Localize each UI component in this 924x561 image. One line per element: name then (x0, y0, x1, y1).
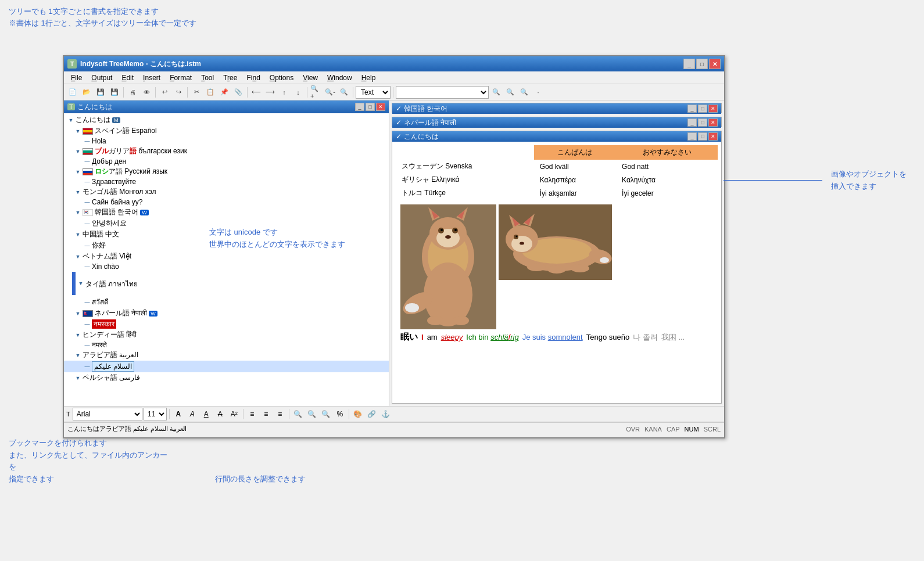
save-btn[interactable]: 💾 (94, 86, 107, 99)
tree-item-mongolian[interactable]: ▼ モンゴル語 Монгол хэл (64, 186, 389, 197)
align-center-btn[interactable]: ≡ (260, 408, 273, 420)
menu-find[interactable]: Find (242, 73, 264, 83)
tree-item-xinchao[interactable]: — Xin chào (64, 262, 389, 271)
percent-btn[interactable]: % (334, 408, 346, 420)
tree-expand-bulgarian[interactable]: ▼ (74, 148, 81, 155)
search-btn[interactable]: 🔍 (338, 86, 350, 99)
tb-extra3[interactable]: 🔍 (518, 86, 531, 99)
print-btn[interactable]: 🖨 (126, 86, 139, 99)
tree-item-namaste[interactable]: — नमस्ते (64, 340, 389, 350)
zoom-out-font-btn[interactable]: 🔍 (306, 408, 318, 420)
text-style-dropdown[interactable]: Text (356, 86, 391, 99)
zoom-out-btn[interactable]: 🔍- (324, 86, 336, 99)
tree-expand-vietnamese[interactable]: ▼ (74, 253, 81, 260)
nepali-close-btn[interactable]: ✕ (708, 118, 718, 127)
zoom-in-font-btn[interactable]: 🔍 (292, 408, 305, 420)
undo-btn[interactable]: ↩ (158, 86, 171, 99)
konnichiwa-max-btn[interactable]: □ (698, 132, 707, 141)
save2-btn[interactable]: 💾 (108, 86, 121, 99)
size-select[interactable]: 11 (144, 408, 167, 420)
tree-item-arabic[interactable]: ▼ アラビア語 العربية (64, 350, 389, 361)
tree-item-korean[interactable]: ▼ 🇰🇷 韓国語 한국어 W (64, 207, 389, 218)
tree-expand-mongolian[interactable]: ▼ (74, 189, 81, 196)
font-italic-btn[interactable]: A (186, 408, 199, 420)
tree-expand-hindi[interactable]: ▼ (74, 332, 81, 339)
tree-move4[interactable]: ↓ (292, 86, 305, 99)
preview-btn[interactable]: 👁 (140, 86, 153, 99)
tree-item-hola[interactable]: — Hola (64, 136, 389, 146)
tree-item-nepali[interactable]: ▼ 🇳🇵 ネパール語 नेपाली W (64, 308, 389, 319)
close-button[interactable]: ✕ (709, 59, 721, 69)
nepali-max-btn[interactable]: □ (698, 118, 707, 127)
minimize-button[interactable]: _ (683, 59, 695, 69)
font-select[interactable]: Arial (73, 408, 142, 420)
tree-move2[interactable]: ⟶ (264, 86, 277, 99)
tree-expand-chinese[interactable]: ▼ (74, 231, 81, 238)
menu-output[interactable]: Output (87, 73, 117, 83)
cut-btn[interactable]: ✂ (190, 86, 203, 99)
left-close-btn[interactable]: ✕ (376, 103, 385, 111)
menu-insert[interactable]: Insert (138, 73, 165, 83)
new-btn[interactable]: 📄 (66, 86, 79, 99)
tree-expand-root[interactable]: ▼ (67, 117, 74, 124)
maximize-button[interactable]: □ (696, 59, 708, 69)
left-max-btn[interactable]: □ (366, 103, 375, 111)
korean-max-btn[interactable]: □ (698, 105, 707, 113)
menu-view[interactable]: View (298, 73, 323, 83)
font-underline-btn[interactable]: A (200, 408, 213, 420)
zoom-fit-btn[interactable]: 🔍 (320, 408, 332, 420)
tree-expand-persian[interactable]: ▼ (74, 375, 81, 382)
menu-help[interactable]: Help (357, 73, 381, 83)
konnichiwa-min-btn[interactable]: _ (687, 132, 697, 141)
menu-options[interactable]: Options (265, 73, 298, 83)
menu-tool[interactable]: Tool (196, 73, 219, 83)
tree-item-root[interactable]: ▼ こんにちは M (64, 114, 389, 125)
tree-item-vietnamese[interactable]: ▼ ベトナム語 Việt (64, 251, 389, 262)
tree-item-spanish[interactable]: ▼ スペイン語 Español (64, 125, 389, 136)
color-btn[interactable]: 🎨 (352, 408, 364, 420)
tree-content[interactable]: ▼ こんにちは M ▼ スペイン語 Español — Hola (64, 113, 389, 406)
korean-close-btn[interactable]: ✕ (708, 105, 718, 113)
tree-item-bulgarian[interactable]: ▼ ブルガリア語 български език (64, 146, 389, 157)
tree-expand-arabic[interactable]: ▼ (74, 352, 81, 359)
open-btn[interactable]: 📂 (80, 86, 93, 99)
tree-item-russian[interactable]: ▼ ロシア語 Русский язык (64, 166, 389, 177)
menu-tree[interactable]: Tree (219, 73, 242, 83)
tree-item-namaskar[interactable]: — नमस्कार (64, 319, 389, 329)
tree-item-sain[interactable]: — Сайн байна уу? (64, 197, 389, 207)
tree-expand-thai[interactable]: ▼ (77, 280, 84, 287)
tree-item-persian[interactable]: ▼ ペルシャ語 فارسی (64, 372, 389, 383)
redo-btn[interactable]: ↪ (172, 86, 185, 99)
font-super-btn[interactable]: A² (228, 408, 241, 420)
menu-format[interactable]: Format (165, 73, 196, 83)
align-left-btn[interactable]: ≡ (246, 408, 259, 420)
tree-item-zdravstvuyte[interactable]: — Здравствуйте (64, 177, 389, 186)
tree-expand-spanish[interactable]: ▼ (74, 128, 81, 135)
tree-item-sawadee[interactable]: — สวัสดี (64, 296, 389, 308)
align-right-btn[interactable]: ≡ (274, 408, 286, 420)
font-bold-btn[interactable]: A (172, 408, 185, 420)
tree-expand-nepali[interactable]: ▼ (74, 310, 81, 317)
anchor-btn[interactable]: ⚓ (379, 408, 392, 420)
tree-expand-korean[interactable]: ▼ (74, 209, 81, 216)
konnichiwa-close-btn[interactable]: ✕ (708, 132, 718, 141)
tb-extra4[interactable]: · (532, 86, 545, 99)
font-dropdown-long[interactable] (396, 86, 489, 99)
zoom-in-btn[interactable]: 🔍+ (310, 86, 323, 99)
left-min-btn[interactable]: _ (355, 103, 364, 111)
font-strikethrough-btn[interactable]: A (214, 408, 227, 420)
tree-move3[interactable]: ↑ (278, 86, 291, 99)
link-btn[interactable]: 🔗 (366, 408, 378, 420)
tb-extra2[interactable]: 🔍 (504, 86, 517, 99)
menu-edit[interactable]: Edit (117, 73, 138, 83)
tree-move1[interactable]: ⟵ (250, 86, 263, 99)
tree-item-thai[interactable]: ▼ タイ語 ภาษาไทย (64, 271, 389, 296)
tree-item-salam[interactable]: — السلام عليكم (64, 361, 389, 372)
nepali-min-btn[interactable]: _ (687, 118, 697, 127)
paste2-btn[interactable]: 📎 (232, 86, 245, 99)
korean-min-btn[interactable]: _ (687, 105, 697, 113)
tree-item-hindi[interactable]: ▼ ヒンディー語 हिंदी (64, 329, 389, 340)
tb-extra1[interactable]: 🔍 (490, 86, 503, 99)
copy-btn[interactable]: 📋 (204, 86, 217, 99)
tree-expand-russian[interactable]: ▼ (74, 168, 81, 175)
